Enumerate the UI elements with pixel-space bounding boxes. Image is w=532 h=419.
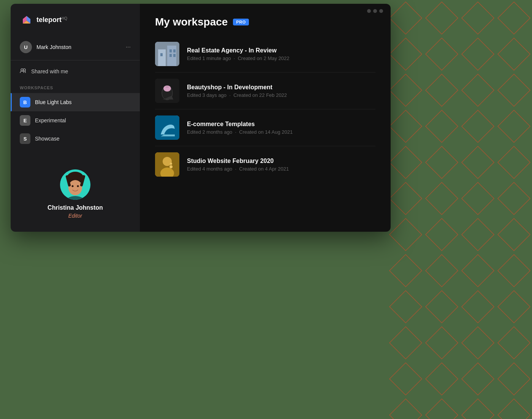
workspace-name-experimental: Experimental — [35, 117, 66, 123]
profile-avatar — [60, 169, 90, 200]
sidebar: teleportHQ U Mark Johnston ··· — [11, 4, 140, 232]
project-item-real-estate[interactable]: Real Estate Agency - In Review Edited 1 … — [155, 36, 375, 73]
app-window: teleportHQ U Mark Johnston ··· — [11, 4, 391, 232]
svg-point-32 — [170, 163, 172, 165]
svg-point-10 — [72, 185, 74, 187]
window-dot-2 — [373, 9, 377, 13]
svg-point-9 — [68, 180, 82, 195]
profile-role: Editor — [68, 213, 82, 219]
svg-rect-16 — [158, 49, 166, 66]
user-row-inner: U Mark Johnston — [20, 41, 71, 53]
svg-point-11 — [77, 185, 79, 187]
logo-text: teleportHQ — [36, 16, 67, 24]
svg-rect-19 — [169, 49, 172, 52]
user-name: Mark Johnston — [36, 44, 71, 50]
svg-rect-20 — [173, 49, 176, 52]
project-thumb-ecommerce — [155, 115, 179, 140]
pro-badge: PRO — [233, 19, 249, 25]
project-item-beautyshop[interactable]: Beautyshop - In Development Edited 3 day… — [155, 73, 375, 109]
project-item-studio[interactable]: Studio Website February 2020 Edited 4 mo… — [155, 146, 375, 183]
project-thumb-real-estate — [155, 42, 179, 66]
workspace-title: My workspace — [155, 16, 228, 28]
project-meta-beautyshop: Edited 3 days ago · Created on 22 Feb 20… — [187, 92, 287, 98]
profile-name: Christina Johnston — [48, 204, 103, 211]
project-meta-ecommerce: Edited 2 months ago · Created on 14 Aug … — [187, 129, 293, 135]
user-row[interactable]: U Mark Johnston ··· — [11, 37, 140, 57]
workspace-item-showcase[interactable]: S Showcase — [11, 130, 140, 148]
user-avatar: U — [20, 41, 32, 53]
user-profile-bottom: Christina Johnston Editor — [11, 162, 140, 223]
workspace-name-showcase: Showcase — [35, 136, 60, 142]
shared-with-me-item[interactable]: Shared with me — [11, 63, 140, 79]
svg-rect-21 — [169, 54, 172, 57]
main-content: My workspace PRO — [140, 4, 391, 232]
project-info-ecommerce: E-commerce Templates Edited 2 months ago… — [187, 121, 293, 135]
project-item-ecommerce[interactable]: E-commerce Templates Edited 2 months ago… — [155, 109, 375, 146]
shared-with-me-label: Shared with me — [31, 68, 68, 74]
project-name-real-estate: Real Estate Agency - In Review — [187, 47, 290, 54]
project-name-beautyshop: Beautyshop - In Development — [187, 84, 287, 91]
workspace-header: My workspace PRO — [140, 4, 391, 36]
svg-point-31 — [169, 165, 173, 168]
svg-rect-18 — [160, 53, 163, 56]
window-dot-1 — [367, 9, 371, 13]
project-info-studio: Studio Website February 2020 Edited 4 mo… — [187, 158, 289, 172]
project-info-beautyshop: Beautyshop - In Development Edited 3 day… — [187, 84, 287, 98]
workspace-item-blue-light-labs[interactable]: B Blue Light Labs — [11, 93, 140, 111]
window-controls — [367, 9, 383, 13]
sidebar-divider — [11, 60, 140, 60]
svg-point-5 — [21, 69, 23, 71]
workspace-badge-s: S — [20, 133, 30, 144]
workspaces-label: WORKSPACES — [11, 79, 140, 93]
logo-area: teleportHQ — [11, 13, 140, 37]
workspace-badge-b: B — [20, 97, 30, 108]
window-dot-3 — [379, 9, 383, 13]
svg-rect-0 — [388, 0, 532, 419]
logo-icon — [20, 13, 33, 27]
workspace-name-blue-light: Blue Light Labs — [35, 99, 72, 105]
project-meta-studio: Edited 4 months ago · Created on 4 Apr 2… — [187, 166, 289, 172]
project-list: Real Estate Agency - In Review Edited 1 … — [140, 36, 391, 183]
project-info-real-estate: Real Estate Agency - In Review Edited 1 … — [187, 47, 290, 61]
workspace-badge-e: E — [20, 115, 30, 126]
project-thumb-beautyshop — [155, 79, 179, 103]
shared-icon — [20, 68, 27, 75]
project-name-studio: Studio Website February 2020 — [187, 158, 289, 164]
svg-point-6 — [23, 69, 25, 71]
svg-rect-26 — [166, 86, 169, 88]
project-meta-real-estate: Edited 1 minute ago · Created on 2 May 2… — [187, 55, 290, 61]
project-name-ecommerce: E-commerce Templates — [187, 121, 293, 128]
project-thumb-studio — [155, 152, 179, 177]
svg-rect-22 — [173, 54, 176, 57]
workspace-item-experimental[interactable]: E Experimental — [11, 111, 140, 130]
user-menu-button[interactable]: ··· — [126, 44, 131, 51]
